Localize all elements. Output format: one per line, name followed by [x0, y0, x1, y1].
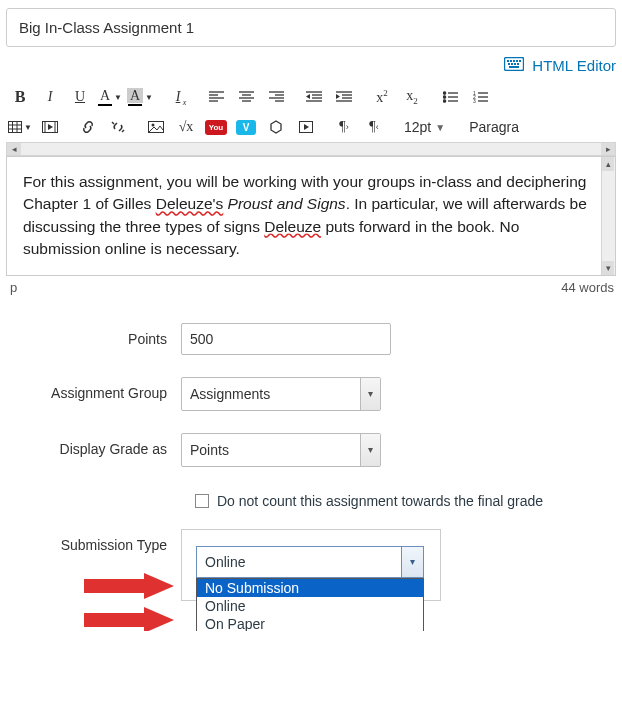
text-color-button[interactable]: A▼: [96, 84, 124, 110]
assignment-title-input[interactable]: [6, 8, 616, 47]
link-button[interactable]: [74, 114, 102, 140]
submission-type-value: Online: [205, 554, 245, 570]
svg-rect-4: [516, 60, 518, 62]
svg-point-34: [443, 96, 445, 98]
chevron-down-icon: ▾: [401, 547, 423, 577]
assignment-group-value: Assignments: [190, 386, 270, 402]
scroll-left-icon[interactable]: ◂: [7, 143, 21, 155]
svg-rect-45: [9, 122, 22, 133]
word-count: 44 words: [561, 280, 614, 295]
svg-rect-7: [511, 63, 513, 65]
indent-button[interactable]: [330, 84, 358, 110]
bg-color-button[interactable]: A▼: [126, 84, 154, 110]
font-size-select[interactable]: 12pt▼: [398, 119, 451, 135]
svg-rect-6: [508, 63, 510, 65]
annotation-arrow-icon: [84, 607, 174, 631]
align-right-button[interactable]: [262, 84, 290, 110]
display-grade-select[interactable]: Points ▾: [181, 433, 381, 467]
outdent-button[interactable]: [300, 84, 328, 110]
toolbar-scrollbar[interactable]: ◂ ▸: [6, 142, 616, 156]
svg-rect-1: [507, 60, 509, 62]
option-online[interactable]: Online: [197, 597, 423, 615]
number-list-button[interactable]: 123: [466, 84, 494, 110]
option-no-submission[interactable]: No Submission: [197, 579, 423, 597]
svg-point-35: [443, 100, 445, 102]
svg-rect-9: [517, 63, 519, 65]
annotation-arrow-icon: [84, 573, 174, 599]
spellcheck-word: Deleuze: [264, 218, 321, 235]
submission-type-label: Submission Type: [6, 529, 181, 553]
rich-text-editor[interactable]: For this assignment, you will be working…: [6, 156, 616, 276]
youtube-button[interactable]: You: [202, 114, 230, 140]
svg-rect-5: [519, 60, 521, 62]
rtl-button[interactable]: ¶‹: [360, 114, 388, 140]
italic-button[interactable]: I: [36, 84, 64, 110]
rich-text-toolbar: B I U A▼ A▼ Ix x2 x2 123 ▼ √x You V ¶›: [6, 78, 616, 156]
svg-marker-53: [48, 124, 53, 130]
lti-button[interactable]: [262, 114, 290, 140]
svg-rect-2: [510, 60, 512, 62]
table-button[interactable]: ▼: [6, 114, 34, 140]
spellcheck-word: Deleuze's: [156, 195, 224, 212]
chevron-down-icon: ▾: [360, 378, 380, 410]
keyboard-icon[interactable]: [504, 57, 524, 74]
element-path[interactable]: p: [10, 280, 17, 295]
svg-line-54: [112, 122, 114, 124]
submission-type-panel: Online ▾ No Submission Online On Paper E…: [181, 529, 441, 601]
image-button[interactable]: [142, 114, 170, 140]
ltr-button[interactable]: ¶›: [330, 114, 358, 140]
unlink-button[interactable]: [104, 114, 132, 140]
vimeo-button[interactable]: V: [232, 114, 260, 140]
subscript-button[interactable]: x2: [398, 84, 426, 110]
display-grade-value: Points: [190, 442, 229, 458]
submission-type-select[interactable]: Online ▾: [196, 546, 424, 578]
bullet-list-button[interactable]: [436, 84, 464, 110]
svg-marker-59: [304, 124, 309, 130]
chevron-down-icon: ▾: [360, 434, 380, 466]
svg-point-57: [152, 124, 155, 127]
editor-italic-text: Proust and Signs: [228, 195, 346, 212]
svg-marker-60: [84, 573, 174, 599]
display-grade-label: Display Grade as: [6, 433, 181, 457]
media-button[interactable]: [36, 114, 64, 140]
svg-rect-10: [509, 66, 519, 68]
scroll-up-icon[interactable]: ▴: [602, 157, 614, 171]
scroll-right-icon[interactable]: ▸: [601, 143, 615, 155]
points-input[interactable]: [181, 323, 391, 355]
points-label: Points: [6, 323, 181, 347]
scroll-down-icon[interactable]: ▾: [602, 261, 614, 275]
submission-type-dropdown: No Submission Online On Paper External T…: [196, 578, 424, 631]
font-size-label: 12pt: [404, 119, 431, 135]
svg-marker-61: [84, 607, 174, 631]
svg-rect-3: [513, 60, 515, 62]
html-editor-link[interactable]: HTML Editor: [532, 57, 616, 74]
equation-button[interactable]: √x: [172, 114, 200, 140]
paragraph-select[interactable]: Paragra: [463, 119, 525, 135]
underline-button[interactable]: U: [66, 84, 94, 110]
clear-format-button[interactable]: Ix: [164, 84, 192, 110]
svg-marker-32: [336, 94, 340, 99]
align-center-button[interactable]: [232, 84, 260, 110]
svg-text:3: 3: [473, 98, 476, 103]
assignment-group-select[interactable]: Assignments ▾: [181, 377, 381, 411]
assignment-group-label: Assignment Group: [6, 377, 181, 401]
no-count-label[interactable]: Do not count this assignment towards the…: [217, 493, 543, 509]
editor-scrollbar[interactable]: ▴ ▾: [601, 157, 615, 275]
bold-button[interactable]: B: [6, 84, 34, 110]
svg-marker-27: [306, 94, 310, 99]
paragraph-label: Paragra: [469, 119, 519, 135]
align-left-button[interactable]: [202, 84, 230, 110]
play-button[interactable]: [292, 114, 320, 140]
no-count-checkbox[interactable]: [195, 494, 209, 508]
svg-rect-8: [514, 63, 516, 65]
svg-point-33: [443, 92, 445, 94]
superscript-button[interactable]: x2: [368, 84, 396, 110]
svg-line-55: [122, 130, 124, 132]
option-on-paper[interactable]: On Paper: [197, 615, 423, 631]
